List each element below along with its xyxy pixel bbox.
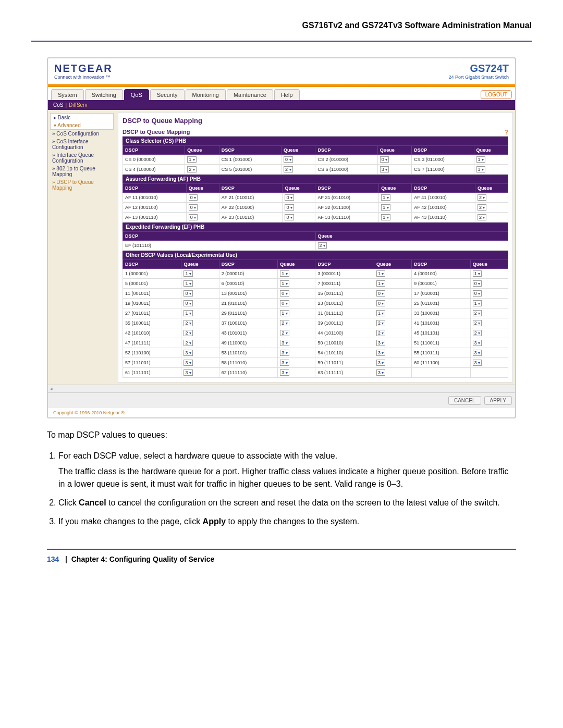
queue-select[interactable]: 2 ▾ bbox=[183, 330, 193, 336]
queue-select[interactable]: 3 ▾ bbox=[280, 350, 289, 356]
queue-select[interactable]: 2 ▾ bbox=[187, 166, 197, 172]
queue-select[interactable]: 2 ▾ bbox=[280, 330, 289, 336]
dscp-cell: AF 23 (010110) bbox=[219, 213, 283, 223]
queue-select[interactable]: 3 ▾ bbox=[473, 360, 482, 366]
h-scrollbar[interactable]: ◂ bbox=[48, 385, 515, 392]
queue-select[interactable]: 3 ▾ bbox=[376, 350, 386, 356]
queue-select[interactable]: 2 ▾ bbox=[183, 340, 193, 346]
col-queue: Queue bbox=[475, 184, 508, 193]
dscp-cell: 58 (111010) bbox=[219, 358, 277, 368]
dscp-cell: 29 (011101) bbox=[219, 309, 277, 318]
queue-select[interactable]: 2 ▾ bbox=[473, 330, 482, 336]
queue-select[interactable]: 1 ▾ bbox=[376, 270, 386, 277]
queue-select[interactable]: 0 ▾ bbox=[285, 214, 294, 220]
queue-select[interactable]: 3 ▾ bbox=[183, 369, 193, 376]
side-cos-config[interactable]: » CoS Configuration bbox=[48, 130, 116, 138]
queue-select[interactable]: 3 ▾ bbox=[473, 340, 482, 346]
side-basic[interactable]: ▸ Basic bbox=[51, 114, 113, 121]
queue-select[interactable]: 0 ▾ bbox=[284, 156, 293, 163]
queue-select[interactable]: 2 ▾ bbox=[284, 166, 293, 172]
queue-select[interactable]: 1 ▾ bbox=[381, 214, 390, 220]
queue-select[interactable]: 3 ▾ bbox=[376, 369, 386, 376]
dscp-cell: 39 (100111) bbox=[315, 318, 374, 328]
dscp-cell: CS 2 (010000) bbox=[315, 155, 377, 165]
queue-select[interactable]: 1 ▾ bbox=[183, 280, 193, 287]
queue-select[interactable]: 2 ▾ bbox=[478, 204, 487, 211]
queue-select[interactable]: 0 ▾ bbox=[189, 194, 198, 201]
queue-select[interactable]: 0 ▾ bbox=[280, 290, 289, 297]
queue-select[interactable]: 2 ▾ bbox=[473, 320, 482, 326]
tab-switching[interactable]: Switching bbox=[85, 89, 123, 100]
apply-button[interactable]: APPLY bbox=[484, 396, 512, 405]
queue-select[interactable]: 2 ▾ bbox=[376, 330, 386, 336]
side-if-queue[interactable]: » Interface Queue Configuration bbox=[48, 151, 116, 165]
subnav-cos[interactable]: CoS bbox=[53, 102, 63, 108]
queue-select[interactable]: 1 ▾ bbox=[473, 270, 482, 277]
ef-queue-select[interactable]: 2 ▾ bbox=[318, 242, 327, 249]
dscp-cell: AF 13 (001110) bbox=[123, 213, 187, 223]
queue-select[interactable]: 1 ▾ bbox=[187, 156, 197, 163]
side-advanced[interactable]: ▾ Advanced bbox=[51, 121, 113, 129]
col-dscp: DSCP bbox=[412, 184, 475, 193]
queue-select[interactable]: 3 ▾ bbox=[183, 350, 193, 356]
queue-select[interactable]: 0 ▾ bbox=[280, 300, 289, 306]
tab-maintenance[interactable]: Maintenance bbox=[227, 89, 273, 100]
queue-select[interactable]: 2 ▾ bbox=[280, 320, 289, 326]
tab-help[interactable]: Help bbox=[274, 89, 300, 100]
dscp-cell: 9 (001001) bbox=[412, 279, 470, 289]
queue-select[interactable]: 0 ▾ bbox=[189, 214, 198, 220]
queue-select[interactable]: 3 ▾ bbox=[280, 369, 289, 376]
queue-select[interactable]: 0 ▾ bbox=[376, 290, 386, 297]
queue-select[interactable]: 3 ▾ bbox=[183, 360, 193, 366]
side-cos-if[interactable]: » CoS Interface Configuartion bbox=[48, 138, 116, 151]
queue-select[interactable]: 2 ▾ bbox=[478, 194, 487, 201]
queue-select[interactable]: 1 ▾ bbox=[183, 270, 193, 277]
col-queue: Queue bbox=[379, 184, 412, 193]
queue-select[interactable]: 0 ▾ bbox=[183, 290, 193, 297]
side-8021p[interactable]: » 802.1p to Queue Mapping bbox=[48, 165, 116, 178]
queue-select[interactable]: 1 ▾ bbox=[381, 194, 390, 201]
queue-select[interactable]: 3 ▾ bbox=[280, 360, 289, 366]
queue-select[interactable]: 0 ▾ bbox=[376, 300, 386, 306]
queue-select[interactable]: 1 ▾ bbox=[476, 156, 486, 163]
tab-security[interactable]: Security bbox=[150, 89, 185, 100]
col-queue: Queue bbox=[315, 232, 508, 241]
queue-select[interactable]: 3 ▾ bbox=[380, 166, 389, 172]
queue-select[interactable]: 0 ▾ bbox=[473, 280, 482, 287]
tab-qos[interactable]: QoS bbox=[124, 89, 149, 100]
help-icon[interactable]: ? bbox=[505, 129, 508, 136]
queue-select[interactable]: 3 ▾ bbox=[376, 360, 386, 366]
dscp-cell: 27 (011011) bbox=[123, 309, 181, 318]
cancel-button[interactable]: CANCEL bbox=[448, 396, 481, 405]
side-dscp-queue[interactable]: » DSCP to Queue Mapping bbox=[48, 178, 116, 192]
queue-select[interactable]: 0 ▾ bbox=[183, 300, 193, 306]
dscp-cell: 57 (111001) bbox=[123, 358, 181, 368]
queue-select[interactable]: 1 ▾ bbox=[376, 280, 386, 287]
col-dscp: DSCP bbox=[219, 146, 281, 155]
subnav-diffserv[interactable]: DiffServ bbox=[69, 102, 87, 108]
dscp-cell: 35 (100011) bbox=[123, 318, 181, 328]
tab-system[interactable]: System bbox=[51, 89, 84, 100]
queue-select[interactable]: 1 ▾ bbox=[376, 310, 386, 316]
queue-select[interactable]: 1 ▾ bbox=[280, 280, 289, 287]
queue-select[interactable]: 0 ▾ bbox=[380, 156, 389, 163]
queue-select[interactable]: 0 ▾ bbox=[285, 204, 294, 211]
queue-select[interactable]: 3 ▾ bbox=[473, 350, 482, 356]
queue-select[interactable]: 2 ▾ bbox=[376, 320, 386, 326]
tab-monitoring[interactable]: Monitoring bbox=[186, 89, 226, 100]
queue-select[interactable]: 2 ▾ bbox=[183, 320, 193, 326]
queue-select[interactable]: 0 ▾ bbox=[189, 204, 198, 211]
logout-button[interactable]: LOGOUT bbox=[481, 90, 512, 99]
queue-select[interactable]: 1 ▾ bbox=[473, 300, 482, 306]
queue-select[interactable]: 3 ▾ bbox=[280, 340, 289, 346]
queue-select[interactable]: 2 ▾ bbox=[478, 214, 487, 220]
queue-select[interactable]: 0 ▾ bbox=[285, 194, 294, 201]
queue-select[interactable]: 3 ▾ bbox=[376, 340, 386, 346]
queue-select[interactable]: 3 ▾ bbox=[476, 166, 486, 172]
queue-select[interactable]: 1 ▾ bbox=[381, 204, 390, 211]
queue-select[interactable]: 2 ▾ bbox=[473, 310, 482, 316]
queue-select[interactable]: 1 ▾ bbox=[280, 270, 289, 277]
queue-select[interactable]: 1 ▾ bbox=[280, 310, 289, 316]
queue-select[interactable]: 1 ▾ bbox=[183, 310, 193, 316]
queue-select[interactable]: 0 ▾ bbox=[473, 290, 482, 297]
